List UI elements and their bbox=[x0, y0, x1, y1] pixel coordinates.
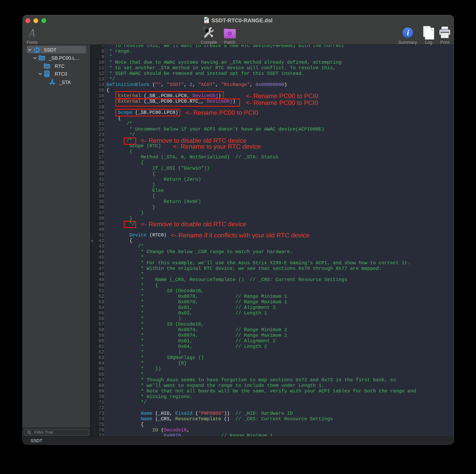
svg-text:A: A bbox=[28, 28, 35, 38]
svg-text:i: i bbox=[407, 28, 409, 37]
svg-text:DSL: DSL bbox=[205, 22, 207, 23]
